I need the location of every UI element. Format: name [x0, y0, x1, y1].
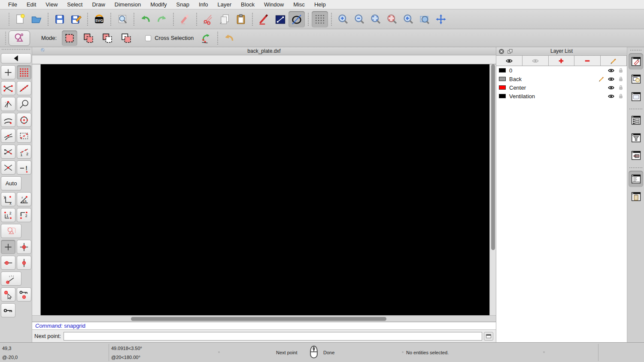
line-tool-button[interactable] [272, 11, 289, 27]
palette-drag-handle[interactable] [2, 49, 30, 51]
svg-export-button[interactable]: SVG [91, 11, 107, 27]
zoom-window-button[interactable] [416, 11, 433, 27]
selection-order-button[interactable] [198, 30, 214, 46]
dock-filter-widget-button[interactable] [629, 130, 643, 146]
snap-distance-button[interactable] [1, 97, 15, 111]
grid-toggle-button[interactable] [312, 11, 328, 27]
mode-invert-selection-button[interactable] [118, 30, 134, 46]
eye-icon[interactable] [608, 84, 615, 91]
menu-item-window[interactable]: Window [259, 0, 289, 9]
layer-panel-undock-icon[interactable] [507, 48, 513, 55]
coord-polar-button[interactable]: ra [17, 192, 31, 206]
snap-on-entity-button[interactable] [17, 81, 31, 95]
snap-free-button[interactable] [1, 65, 15, 79]
restrict-orthogonal-button[interactable] [17, 240, 31, 254]
command-window-button[interactable] [484, 332, 493, 341]
add-layer-button[interactable] [549, 56, 575, 66]
menu-item-help[interactable]: Help [310, 0, 331, 9]
restrict-vertical-button[interactable] [17, 256, 31, 270]
relative-zero-lock-button[interactable] [1, 303, 15, 317]
dock-clipboard-widget-button[interactable] [629, 188, 643, 205]
zoom-pan-button[interactable] [433, 11, 449, 27]
layer-row-center[interactable]: Center [496, 83, 627, 92]
dock-block-widget-button[interactable] [629, 71, 643, 87]
eye-icon[interactable] [608, 93, 615, 100]
copy-button[interactable] [216, 11, 233, 27]
snap-perpendicular-button[interactable] [17, 97, 31, 111]
restrict-nothing-button[interactable] [1, 240, 15, 254]
mode-remove-selection-button[interactable] [100, 30, 115, 46]
coord-absolute-button[interactable]: 12 [17, 208, 31, 222]
zoom-out-button[interactable] [351, 11, 368, 27]
snap-selected-point-button[interactable] [1, 287, 15, 302]
eye-icon[interactable] [608, 67, 615, 74]
lock-icon[interactable] [617, 75, 624, 82]
snap-tangential-button[interactable] [1, 113, 15, 127]
menu-item-edit[interactable]: Edit [22, 0, 41, 9]
menu-item-file[interactable]: File [3, 0, 22, 9]
show-all-layers-button[interactable] [496, 56, 522, 66]
snap-auto-button[interactable]: Auto [1, 176, 21, 190]
dock-command-widget-button[interactable] [629, 171, 643, 187]
redo-button[interactable] [154, 11, 170, 27]
menu-item-modify[interactable]: Modify [146, 0, 171, 9]
undo-button[interactable] [137, 11, 154, 27]
ellipse-tool-button[interactable] [289, 11, 305, 27]
menu-item-select[interactable]: Select [62, 0, 87, 9]
zoom-in-button[interactable] [335, 11, 351, 27]
hide-all-layers-button[interactable] [522, 56, 549, 66]
menu-item-dimension[interactable]: Dimension [110, 0, 146, 9]
cross-selection-checkbox[interactable] [145, 35, 151, 41]
restrict-horizontal-button[interactable] [1, 256, 15, 270]
dock-draw-widget-button[interactable] [629, 53, 643, 69]
cut-button[interactable] [200, 11, 216, 27]
layer-row-back[interactable]: Back [496, 75, 627, 83]
vertical-scrollbar-thumb[interactable] [491, 64, 495, 250]
menu-item-layer[interactable]: Layer [213, 0, 237, 9]
zoom-redraw-button[interactable] [384, 11, 400, 27]
snap-endpoints-button[interactable] [1, 81, 15, 95]
horizontal-scrollbar-thumb[interactable] [131, 317, 386, 321]
paste-button[interactable] [233, 11, 249, 27]
layer-panel-close-icon[interactable] [498, 48, 505, 55]
layer-row-0[interactable]: 0 [496, 66, 627, 75]
snap-divide-button[interactable]: 12 [17, 145, 31, 159]
lock-relative-zero-button[interactable] [17, 287, 31, 302]
zoom-auto-button[interactable] [368, 11, 384, 27]
coord-cartesian-button[interactable]: yx [1, 192, 15, 206]
menu-item-info[interactable]: Info [194, 0, 213, 9]
toolbar-drag-handle[interactable] [9, 13, 9, 26]
layer-color-swatch[interactable] [499, 68, 506, 72]
dock-list-widget-button[interactable] [629, 112, 643, 128]
menu-item-draw[interactable]: Draw [87, 0, 109, 9]
mode-new-selection-button[interactable] [62, 30, 77, 46]
menu-item-misc[interactable]: Misc [289, 0, 310, 9]
save-as-button[interactable] [68, 11, 84, 27]
dock-library-widget-button[interactable] [629, 147, 643, 163]
print-preview-button[interactable] [114, 11, 131, 27]
open-document-button[interactable] [28, 11, 45, 27]
snap-grid-points-button[interactable] [17, 129, 31, 143]
snap-intersection-button[interactable] [1, 160, 15, 175]
selection-restrict-button[interactable] [1, 224, 21, 238]
coord-relative-button[interactable]: 12 [1, 208, 15, 222]
snap-intersection-auto-button[interactable] [1, 145, 15, 159]
dock-drag-handle[interactable] [630, 50, 641, 51]
save-button[interactable] [52, 11, 68, 27]
palette-back-button[interactable] [1, 53, 31, 63]
horizontal-scrollbar[interactable]: 1 < 10 [32, 315, 496, 322]
toolbar-drag-handle[interactable] [5, 32, 6, 45]
draw-freehand-button[interactable] [256, 11, 272, 27]
vertical-scrollbar[interactable] [489, 64, 496, 315]
zoom-previous-button[interactable] [400, 11, 416, 27]
set-angle-button[interactable] [1, 272, 21, 286]
edit-layer-button[interactable] [601, 56, 627, 66]
menu-item-view[interactable]: View [41, 0, 62, 9]
snap-middle-button[interactable] [1, 129, 15, 143]
snap-grid-button[interactable] [17, 65, 31, 79]
eye-icon[interactable] [608, 75, 615, 83]
dock-view-widget-button[interactable] [629, 88, 643, 105]
lock-icon[interactable] [617, 67, 624, 74]
layer-row-ventilation[interactable]: Ventilation [496, 92, 627, 100]
delete-button[interactable] [177, 11, 193, 27]
